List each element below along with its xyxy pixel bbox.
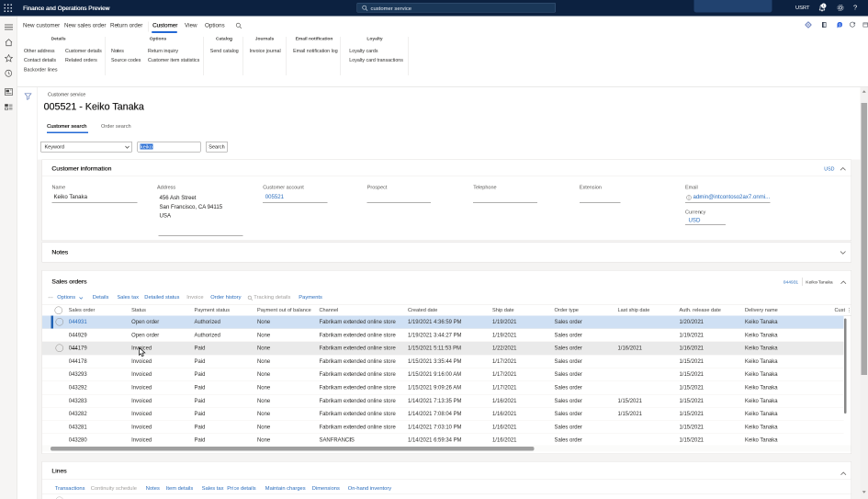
svg-text:1: 1 xyxy=(823,5,825,8)
